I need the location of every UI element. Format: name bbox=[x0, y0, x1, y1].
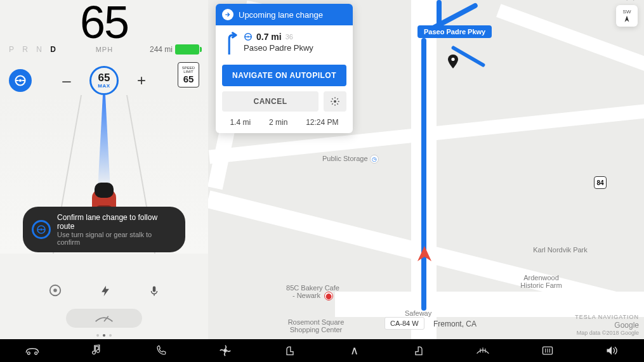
set-speed-indicator[interactable]: 65 MAX bbox=[89, 66, 119, 95]
autopilot-badge[interactable] bbox=[9, 69, 32, 92]
rear-defrost-button[interactable] bbox=[539, 345, 556, 356]
poi-label: Karl Nordvik Park bbox=[532, 246, 589, 254]
nav-settings-button[interactable] bbox=[324, 91, 346, 112]
speed-limit-label: SPEED LIMIT bbox=[178, 66, 199, 74]
navigate-on-autopilot-button[interactable]: NAVIGATE ON AUTOPILOT bbox=[222, 65, 346, 86]
nav-distance-row: 0.7 mi 36 bbox=[244, 32, 313, 42]
steering-wheel-icon bbox=[32, 220, 51, 239]
set-speed-label: MAX bbox=[98, 83, 110, 89]
phone-button[interactable] bbox=[152, 344, 170, 357]
current-speed: 65 bbox=[0, 0, 208, 48]
front-defrost-button[interactable] bbox=[474, 345, 492, 356]
nav-instruction: 0.7 mi 36 Paseo Padre Pkwy bbox=[216, 25, 353, 61]
navigation-card: Upcoming lane change 0.7 mi 36 Paseo Pad… bbox=[216, 4, 353, 133]
turn-right-icon bbox=[223, 32, 237, 55]
cruise-control-row: – 65 MAX + bbox=[0, 66, 208, 95]
map-view[interactable]: Paseo Padre Pkwy 84 CA-84 W Fremont, CA … bbox=[208, 0, 644, 339]
poi-label: 85C Bakery Cafe - Newark ⬤ bbox=[284, 284, 341, 301]
road bbox=[335, 292, 644, 317]
svg-rect-4 bbox=[95, 183, 114, 198]
poi-dot-icon: ⬤ bbox=[324, 292, 333, 301]
seat-heater-left-button[interactable] bbox=[281, 344, 299, 357]
speed-increase-button[interactable]: + bbox=[135, 72, 148, 89]
city-label: Fremont, CA bbox=[433, 320, 476, 328]
trip-eta: 12:24 PM bbox=[306, 118, 338, 127]
nav-road-name: Paseo Padre Pkwy bbox=[244, 43, 313, 53]
poi-label: Safeway bbox=[405, 309, 431, 317]
gear-indicator: P R N D bbox=[9, 45, 59, 54]
bottom-bar: ∧ bbox=[0, 339, 644, 362]
svg-point-7 bbox=[40, 228, 42, 230]
compass-button[interactable]: SW bbox=[616, 5, 638, 27]
nav-banner: Upcoming lane change bbox=[216, 4, 353, 25]
compass-arrow-icon bbox=[622, 15, 631, 23]
dashcam-button[interactable] bbox=[48, 283, 62, 301]
speed-decrease-button[interactable]: – bbox=[60, 72, 73, 89]
wiper-icon bbox=[93, 312, 115, 325]
poi-label: Rosemont Square Shopping Center bbox=[278, 318, 354, 333]
gear-d: D bbox=[50, 45, 59, 54]
google-logo: Google bbox=[575, 321, 639, 330]
trip-distance: 1.4 mi bbox=[230, 118, 251, 127]
screen: 65 P R N D MPH 244 mi – 65 MAX + SPEED L… bbox=[0, 0, 644, 339]
charging-button[interactable] bbox=[99, 283, 112, 301]
poi-dot-icon: ◷ bbox=[370, 155, 379, 164]
tesla-nav-label: TESLA NAVIGATION bbox=[575, 314, 639, 321]
svg-point-9 bbox=[53, 288, 57, 292]
climate-button[interactable] bbox=[216, 344, 234, 358]
page-dots[interactable] bbox=[96, 334, 112, 337]
lane-change-toast: Confirm lane change to follow route Use … bbox=[23, 207, 185, 252]
speed-limit-sign: SPEED LIMIT 65 bbox=[178, 62, 199, 87]
nav-trip-meta: 1.4 mi 2 min 12:24 PM bbox=[216, 112, 353, 133]
svg-point-15 bbox=[334, 100, 336, 103]
set-speed-value: 65 bbox=[98, 72, 110, 83]
range-group: 244 mi bbox=[150, 44, 199, 55]
music-button[interactable] bbox=[88, 344, 105, 357]
map-legal: Map data ©2018 Google bbox=[575, 330, 639, 337]
cancel-button[interactable]: CANCEL bbox=[222, 91, 319, 112]
svg-point-14 bbox=[247, 36, 249, 38]
toast-subtitle: Use turn signal or gear stalk to confirm bbox=[57, 231, 176, 246]
svg-point-16 bbox=[27, 352, 30, 354]
svg-point-17 bbox=[34, 352, 37, 354]
steering-wheel-icon bbox=[244, 32, 253, 41]
toast-title: Confirm lane change to follow route bbox=[57, 213, 176, 231]
driver-cluster: 65 P R N D MPH 244 mi – 65 MAX + SPEED L… bbox=[0, 0, 208, 339]
gear-r: R bbox=[22, 45, 36, 54]
toast-text: Confirm lane change to follow route Use … bbox=[57, 213, 176, 246]
apps-button[interactable]: ∧ bbox=[345, 344, 363, 358]
route-segment bbox=[421, 38, 426, 311]
chevron-up-icon[interactable]: ︿ bbox=[626, 0, 635, 4]
poi-label: Ardenwood Historic Farm bbox=[513, 274, 570, 289]
svg-point-1 bbox=[19, 79, 22, 82]
battery-icon bbox=[175, 44, 199, 55]
gear-icon bbox=[330, 96, 340, 107]
wiper-button[interactable] bbox=[66, 309, 142, 328]
nav-exit-number: 36 bbox=[286, 33, 293, 41]
seat-heater-right-button[interactable] bbox=[410, 344, 428, 357]
speed-limit-value: 65 bbox=[183, 74, 194, 84]
trip-duration: 2 min bbox=[269, 118, 287, 127]
car-controls-button[interactable] bbox=[23, 345, 41, 356]
svg-point-18 bbox=[224, 349, 228, 352]
destination-pin-icon bbox=[448, 55, 458, 68]
gear-n: N bbox=[36, 45, 50, 54]
speed-unit: MPH bbox=[96, 46, 113, 53]
nav-banner-text: Upcoming lane change bbox=[239, 10, 323, 20]
svg-rect-10 bbox=[153, 287, 156, 292]
arrow-circle-icon bbox=[222, 9, 233, 20]
current-location-icon bbox=[417, 246, 431, 261]
highway-shield: 84 bbox=[594, 176, 607, 189]
road-label-pill: Paseo Padre Pkwy bbox=[417, 25, 492, 38]
range-value: 244 mi bbox=[150, 45, 173, 54]
voice-button[interactable] bbox=[148, 283, 160, 301]
nav-distance: 0.7 mi bbox=[256, 32, 282, 42]
status-row: P R N D MPH 244 mi bbox=[0, 44, 208, 55]
svg-point-12 bbox=[451, 58, 454, 61]
gear-p: P bbox=[9, 45, 22, 54]
steering-wheel-icon bbox=[14, 74, 27, 87]
compass-heading: SW bbox=[623, 9, 631, 15]
poi-label: Public Storage◷ bbox=[322, 155, 379, 164]
quick-controls bbox=[0, 283, 208, 301]
volume-button[interactable] bbox=[603, 345, 621, 356]
